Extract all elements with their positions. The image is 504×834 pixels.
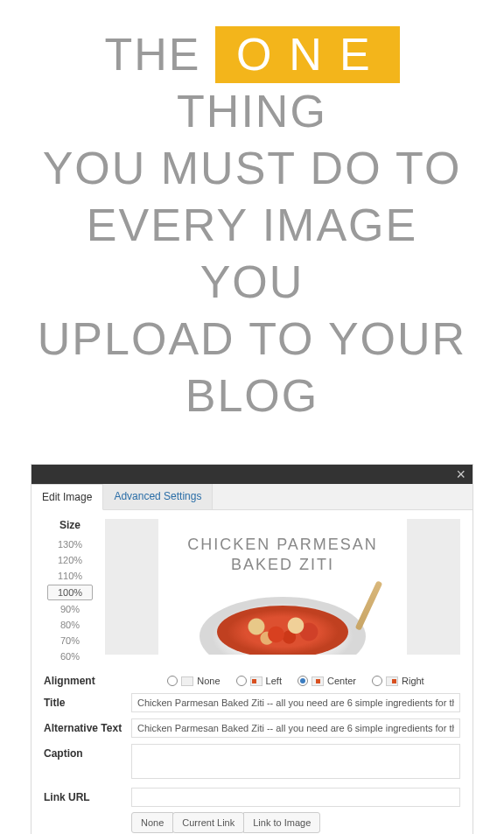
- align-none-icon: [181, 676, 193, 686]
- headline-highlight: ONE: [215, 26, 400, 83]
- edit-image-dialog: × Edit Image Advanced Settings Size 130%…: [31, 464, 473, 834]
- radio-icon: [372, 676, 382, 686]
- link-none-button[interactable]: None: [131, 812, 173, 833]
- tab-advanced-settings[interactable]: Advanced Settings: [103, 484, 213, 509]
- alt-text-label: Alternative Text: [44, 722, 131, 734]
- radio-icon: [167, 676, 178, 686]
- size-option[interactable]: 90%: [44, 601, 96, 617]
- preview-title-line: BAKED ZITI: [231, 556, 334, 573]
- image-preview: CHICKEN PARMESAN BAKED ZITI: [105, 519, 460, 655]
- title-input[interactable]: [131, 693, 460, 712]
- alignment-label: Alignment: [44, 675, 131, 687]
- dialog-titlebar: ×: [32, 465, 472, 484]
- caption-input[interactable]: [131, 744, 460, 779]
- preview-title: CHICKEN PARMESAN BAKED ZITI: [187, 535, 378, 576]
- size-option-selected[interactable]: 100%: [47, 585, 93, 600]
- align-label: None: [197, 676, 220, 686]
- align-none[interactable]: None: [167, 676, 220, 686]
- close-icon[interactable]: ×: [456, 466, 466, 484]
- link-image-button[interactable]: Link to Image: [243, 812, 320, 833]
- size-label: Size: [44, 519, 96, 531]
- size-option[interactable]: 110%: [44, 568, 96, 584]
- alignment-group: None Left Center Right: [131, 676, 460, 686]
- align-center-icon: [312, 676, 324, 686]
- link-url-label: Link URL: [44, 788, 131, 803]
- size-option[interactable]: 80%: [44, 617, 96, 633]
- align-left[interactable]: Left: [236, 676, 282, 686]
- align-label: Center: [327, 676, 356, 686]
- alt-text-input[interactable]: [131, 718, 460, 738]
- headline-text: THING: [177, 86, 327, 137]
- align-label: Right: [402, 676, 424, 686]
- radio-icon: [298, 676, 308, 686]
- preview-title-line: CHICKEN PARMESAN: [187, 536, 378, 553]
- align-right-icon: [386, 676, 398, 686]
- tab-edit-image[interactable]: Edit Image: [32, 484, 103, 510]
- headline-text: EVERY IMAGE YOU: [87, 200, 417, 307]
- align-label: Left: [266, 676, 282, 686]
- link-preset-buttons: None Current Link Link to Image: [131, 812, 460, 833]
- link-url-input[interactable]: [131, 788, 460, 807]
- align-right[interactable]: Right: [372, 676, 424, 686]
- align-center[interactable]: Center: [298, 676, 356, 686]
- headline-text: THE: [104, 29, 214, 80]
- title-label: Title: [44, 697, 131, 709]
- headline-text: UPLOAD TO YOUR BLOG: [38, 313, 466, 421]
- size-option[interactable]: 120%: [44, 552, 96, 568]
- dialog-tabs: Edit Image Advanced Settings: [32, 484, 472, 510]
- size-column: Size 130% 120% 110% 100% 90% 80% 70% 60%: [44, 519, 96, 664]
- size-option[interactable]: 60%: [44, 648, 96, 664]
- caption-label: Caption: [44, 744, 131, 760]
- headline-text: YOU MUST DO TO: [43, 143, 462, 193]
- size-option[interactable]: 130%: [44, 536, 96, 552]
- article-headline: THE ONE THING YOU MUST DO TO EVERY IMAGE…: [31, 26, 473, 424]
- size-option[interactable]: 70%: [44, 633, 96, 648]
- dialog-panel: Size 130% 120% 110% 100% 90% 80% 70% 60%…: [32, 510, 472, 834]
- link-current-button[interactable]: Current Link: [172, 812, 244, 833]
- preview-food-image: [204, 588, 361, 641]
- radio-icon: [236, 676, 247, 686]
- align-left-icon: [250, 676, 262, 686]
